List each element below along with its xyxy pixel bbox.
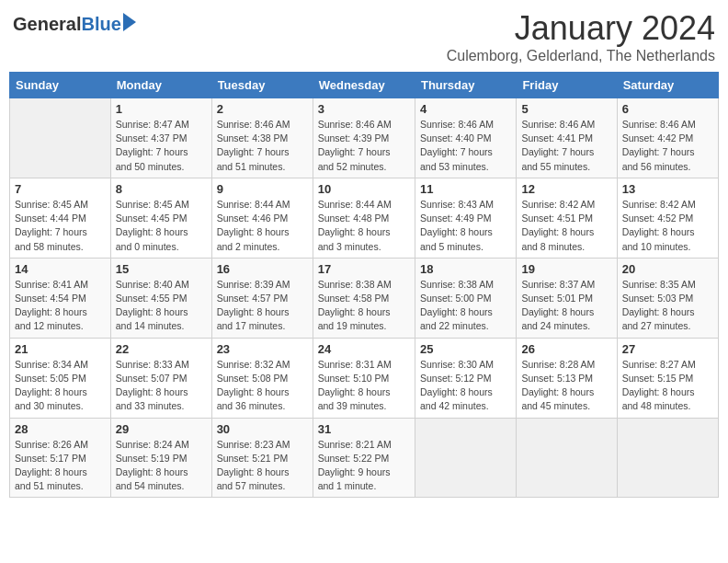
day-info: Sunrise: 8:46 AMSunset: 4:39 PMDaylight:… <box>318 118 410 174</box>
day-info: Sunrise: 8:47 AMSunset: 4:37 PMDaylight:… <box>116 118 207 174</box>
day-cell: 12Sunrise: 8:42 AMSunset: 4:51 PMDayligh… <box>517 178 617 258</box>
week-row-2: 7Sunrise: 8:45 AMSunset: 4:44 PMDaylight… <box>10 178 719 258</box>
header-day-sunday: Sunday <box>10 73 111 98</box>
day-info: Sunrise: 8:42 AMSunset: 4:52 PMDaylight:… <box>622 198 713 254</box>
day-number: 10 <box>318 182 410 196</box>
day-number: 9 <box>217 182 308 196</box>
day-number: 19 <box>521 262 611 276</box>
calendar-title: January 2024 <box>447 9 715 48</box>
header-day-friday: Friday <box>517 73 617 98</box>
title-area: January 2024 Culemborg, Gelderland, The … <box>447 9 715 64</box>
day-number: 14 <box>15 262 106 276</box>
day-info: Sunrise: 8:44 AMSunset: 4:48 PMDaylight:… <box>318 198 410 254</box>
day-info: Sunrise: 8:32 AMSunset: 5:08 PMDaylight:… <box>217 358 308 414</box>
day-number: 4 <box>420 102 511 116</box>
calendar-table: SundayMondayTuesdayWednesdayThursdayFrid… <box>9 72 719 498</box>
day-number: 8 <box>116 182 207 196</box>
day-number: 5 <box>521 102 611 116</box>
day-number: 30 <box>217 422 308 436</box>
day-info: Sunrise: 8:23 AMSunset: 5:21 PMDaylight:… <box>217 438 308 494</box>
day-cell: 28Sunrise: 8:26 AMSunset: 5:17 PMDayligh… <box>10 418 111 498</box>
day-cell: 2Sunrise: 8:46 AMSunset: 4:38 PMDaylight… <box>211 98 313 178</box>
day-cell: 15Sunrise: 8:40 AMSunset: 4:55 PMDayligh… <box>110 258 211 338</box>
day-info: Sunrise: 8:45 AMSunset: 4:45 PMDaylight:… <box>116 198 207 254</box>
day-number: 17 <box>318 262 410 276</box>
day-cell: 3Sunrise: 8:46 AMSunset: 4:39 PMDaylight… <box>313 98 415 178</box>
logo-general-text: General <box>13 14 81 35</box>
day-number: 2 <box>217 102 308 116</box>
day-info: Sunrise: 8:38 AMSunset: 4:58 PMDaylight:… <box>318 278 410 334</box>
day-cell: 23Sunrise: 8:32 AMSunset: 5:08 PMDayligh… <box>211 338 313 418</box>
day-cell: 1Sunrise: 8:47 AMSunset: 4:37 PMDaylight… <box>110 98 211 178</box>
day-info: Sunrise: 8:24 AMSunset: 5:19 PMDaylight:… <box>116 438 207 494</box>
day-cell <box>415 418 516 498</box>
day-info: Sunrise: 8:46 AMSunset: 4:41 PMDaylight:… <box>521 118 611 174</box>
day-info: Sunrise: 8:31 AMSunset: 5:10 PMDaylight:… <box>318 358 410 414</box>
day-number: 29 <box>116 422 207 436</box>
day-number: 21 <box>15 342 106 356</box>
day-number: 15 <box>116 262 207 276</box>
day-cell: 10Sunrise: 8:44 AMSunset: 4:48 PMDayligh… <box>313 178 415 258</box>
day-cell: 7Sunrise: 8:45 AMSunset: 4:44 PMDaylight… <box>10 178 111 258</box>
header-day-monday: Monday <box>110 73 211 98</box>
day-cell: 21Sunrise: 8:34 AMSunset: 5:05 PMDayligh… <box>10 338 111 418</box>
days-header-row: SundayMondayTuesdayWednesdayThursdayFrid… <box>10 73 719 98</box>
day-info: Sunrise: 8:38 AMSunset: 5:00 PMDaylight:… <box>420 278 511 334</box>
day-info: Sunrise: 8:21 AMSunset: 5:22 PMDaylight:… <box>318 438 410 494</box>
day-cell: 14Sunrise: 8:41 AMSunset: 4:54 PMDayligh… <box>10 258 111 338</box>
day-info: Sunrise: 8:28 AMSunset: 5:13 PMDaylight:… <box>521 358 611 414</box>
day-info: Sunrise: 8:33 AMSunset: 5:07 PMDaylight:… <box>116 358 207 414</box>
day-number: 24 <box>318 342 410 356</box>
day-number: 27 <box>622 342 713 356</box>
day-cell: 26Sunrise: 8:28 AMSunset: 5:13 PMDayligh… <box>517 338 617 418</box>
header-day-wednesday: Wednesday <box>313 73 415 98</box>
calendar-subtitle: Culemborg, Gelderland, The Netherlands <box>447 48 715 64</box>
day-number: 26 <box>521 342 611 356</box>
day-cell: 18Sunrise: 8:38 AMSunset: 5:00 PMDayligh… <box>415 258 516 338</box>
day-number: 11 <box>420 182 511 196</box>
day-info: Sunrise: 8:27 AMSunset: 5:15 PMDaylight:… <box>622 358 713 414</box>
day-cell <box>517 418 617 498</box>
day-cell: 27Sunrise: 8:27 AMSunset: 5:15 PMDayligh… <box>617 338 718 418</box>
day-cell: 13Sunrise: 8:42 AMSunset: 4:52 PMDayligh… <box>617 178 718 258</box>
day-number: 20 <box>622 262 713 276</box>
day-number: 13 <box>622 182 713 196</box>
day-cell: 4Sunrise: 8:46 AMSunset: 4:40 PMDaylight… <box>415 98 516 178</box>
day-cell: 22Sunrise: 8:33 AMSunset: 5:07 PMDayligh… <box>110 338 211 418</box>
day-cell: 29Sunrise: 8:24 AMSunset: 5:19 PMDayligh… <box>110 418 211 498</box>
day-cell: 30Sunrise: 8:23 AMSunset: 5:21 PMDayligh… <box>211 418 313 498</box>
day-number: 1 <box>116 102 207 116</box>
day-number: 22 <box>116 342 207 356</box>
day-cell: 11Sunrise: 8:43 AMSunset: 4:49 PMDayligh… <box>415 178 516 258</box>
week-row-1: 1Sunrise: 8:47 AMSunset: 4:37 PMDaylight… <box>10 98 719 178</box>
header-day-saturday: Saturday <box>617 73 718 98</box>
day-cell: 25Sunrise: 8:30 AMSunset: 5:12 PMDayligh… <box>415 338 516 418</box>
day-number: 23 <box>217 342 308 356</box>
header-day-tuesday: Tuesday <box>211 73 313 98</box>
day-info: Sunrise: 8:39 AMSunset: 4:57 PMDaylight:… <box>217 278 308 334</box>
header-day-thursday: Thursday <box>415 73 516 98</box>
day-cell: 9Sunrise: 8:44 AMSunset: 4:46 PMDaylight… <box>211 178 313 258</box>
day-info: Sunrise: 8:41 AMSunset: 4:54 PMDaylight:… <box>15 278 106 334</box>
logo-blue-text: Blue <box>81 14 120 35</box>
day-cell: 31Sunrise: 8:21 AMSunset: 5:22 PMDayligh… <box>313 418 415 498</box>
day-number: 31 <box>318 422 410 436</box>
day-cell: 5Sunrise: 8:46 AMSunset: 4:41 PMDaylight… <box>517 98 617 178</box>
week-row-3: 14Sunrise: 8:41 AMSunset: 4:54 PMDayligh… <box>10 258 719 338</box>
day-info: Sunrise: 8:26 AMSunset: 5:17 PMDaylight:… <box>15 438 106 494</box>
day-info: Sunrise: 8:45 AMSunset: 4:44 PMDaylight:… <box>15 198 106 254</box>
day-info: Sunrise: 8:46 AMSunset: 4:38 PMDaylight:… <box>217 118 308 174</box>
day-info: Sunrise: 8:46 AMSunset: 4:42 PMDaylight:… <box>622 118 713 174</box>
day-info: Sunrise: 8:44 AMSunset: 4:46 PMDaylight:… <box>217 198 308 254</box>
logo-arrow-icon <box>123 13 136 31</box>
day-number: 18 <box>420 262 511 276</box>
day-number: 7 <box>15 182 106 196</box>
week-row-4: 21Sunrise: 8:34 AMSunset: 5:05 PMDayligh… <box>10 338 719 418</box>
day-cell <box>10 98 111 178</box>
day-number: 28 <box>15 422 106 436</box>
day-info: Sunrise: 8:40 AMSunset: 4:55 PMDaylight:… <box>116 278 207 334</box>
day-cell <box>617 418 718 498</box>
day-info: Sunrise: 8:43 AMSunset: 4:49 PMDaylight:… <box>420 198 511 254</box>
header: General Blue January 2024 Culemborg, Gel… <box>9 9 719 64</box>
logo: General Blue <box>13 13 136 35</box>
